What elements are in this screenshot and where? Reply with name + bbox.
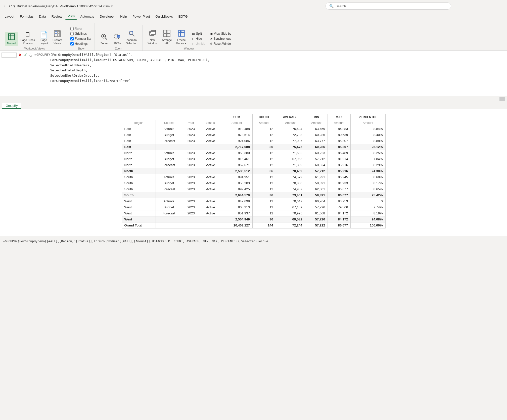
search-input[interactable] <box>336 4 447 8</box>
gridlines-checkbox[interactable] <box>70 32 74 35</box>
table-cell: 61,991 <box>305 174 328 180</box>
menu-item-view[interactable]: View <box>65 13 77 20</box>
dropdown-arrow[interactable]: ▾ <box>111 4 113 8</box>
table-row: Grand Total10,403,12714472,24457,21286,6… <box>122 222 385 228</box>
table-cell: West <box>122 204 156 210</box>
headings-checkbox[interactable] <box>70 42 74 45</box>
menu-item-help[interactable]: Help <box>118 14 129 19</box>
unhide-btn[interactable]: ◻ Unhide <box>191 41 206 46</box>
menu-item-automate[interactable]: Automate <box>78 14 97 19</box>
table-cell: 76,624 <box>276 126 305 132</box>
menu-item-developer[interactable]: Developer <box>97 14 117 19</box>
table-cell: 12 <box>252 150 276 156</box>
formula-bar-checkbox-row[interactable]: Formula Bar <box>70 36 91 41</box>
table-subheader-row: Region Source Year Status Amount Amount … <box>122 120 385 126</box>
confirm-formula-icon[interactable]: ✓ <box>23 52 28 58</box>
table-cell: 60,764 <box>305 198 328 204</box>
menu-item-formulas[interactable]: Formulas <box>17 14 36 19</box>
table-cell: Active <box>200 186 221 192</box>
zoom100-icon: 100 <box>113 33 121 41</box>
subheader-amount-min: Amount <box>305 120 328 126</box>
table-cell: 75,475 <box>276 144 305 150</box>
headings-checkbox-row[interactable]: Headings <box>70 41 88 46</box>
menu-item-eotg[interactable]: EOTG <box>176 14 190 19</box>
table-cell: 8.40% <box>351 132 385 138</box>
ruler-checkbox[interactable] <box>70 27 74 30</box>
menu-item-review[interactable]: Review <box>49 14 65 19</box>
subheader-year: Year <box>182 120 200 126</box>
ribbon-btn-normal[interactable]: Normal <box>5 32 18 46</box>
table-cell: Active <box>200 132 221 138</box>
ribbon-btn-arrange-all[interactable]: ArrangeAll <box>160 29 174 46</box>
split-icon: ▦ <box>192 32 195 35</box>
svg-rect-25 <box>164 34 167 37</box>
redo-icon[interactable]: ▾ <box>13 4 15 9</box>
insert-function-icon[interactable]: fx <box>29 52 32 58</box>
split-btn[interactable]: ▦ Split <box>191 31 206 36</box>
table-cell <box>200 168 221 174</box>
spreadsheet-container: SUM COUNT AVERAGE MIN MAX PERCENTOF Regi… <box>0 109 507 236</box>
ruler-checkbox-row[interactable]: Ruler <box>70 26 82 31</box>
menu-item-quickbooks[interactable]: QuickBooks <box>153 14 175 19</box>
menu-item-data[interactable]: Data <box>36 14 48 19</box>
table-cell <box>182 222 200 228</box>
undo-icon[interactable]: ↶ <box>9 4 12 9</box>
table-cell: 67,109 <box>276 204 305 210</box>
freeze-panes-label: FreezePanes ▾ <box>176 38 186 45</box>
menu-item-layout[interactable]: Layout <box>2 14 17 19</box>
table-cell: 8.29% <box>351 162 385 168</box>
table-cell: Active <box>200 126 221 132</box>
scroll-minus-button[interactable]: − <box>499 97 505 101</box>
page-break-label: Page BreakPreview <box>20 38 35 45</box>
ribbon-btn-new-window[interactable]: NewWindow <box>146 29 159 46</box>
table-cell: 57,212 <box>305 156 328 162</box>
view-side-by-btn[interactable]: ▣ View Side by <box>209 31 232 36</box>
cell-reference[interactable] <box>2 53 17 58</box>
reset-window-btn[interactable]: ↺ Reset Windo <box>209 41 232 46</box>
ribbon-btn-page-break[interactable]: 🗒 Page BreakPreview <box>18 30 37 46</box>
table-cell: 36 <box>252 216 276 222</box>
hide-icon: ◻ <box>192 37 195 40</box>
svg-line-9 <box>105 38 107 40</box>
table-cell: 12 <box>252 180 276 186</box>
search-box[interactable]: 🔍 <box>326 3 451 10</box>
table-cell: 8.84% <box>351 126 385 132</box>
sheet-tab[interactable]: GroupBy <box>2 103 21 109</box>
table-cell: 84,883 <box>328 126 351 132</box>
ribbon-btn-freeze-panes[interactable]: ❄ FreezePanes ▾ <box>174 29 188 46</box>
table-cell: Active <box>200 204 221 210</box>
ribbon-btn-zoom-to-selection[interactable]: Zoom toSelection <box>124 29 139 46</box>
hide-btn[interactable]: ◻ Hide <box>191 36 206 41</box>
ribbon-btn-zoom[interactable]: Zoom <box>98 32 110 46</box>
zoom-icon <box>101 33 108 41</box>
header-count: COUNT <box>252 114 276 120</box>
split-label: Split <box>196 32 202 35</box>
table-cell: 86,677 <box>328 192 351 198</box>
zoom-group-label: Zoom <box>98 46 139 50</box>
ribbon-btn-custom-views[interactable]: CustomViews <box>51 29 64 46</box>
cancel-formula-icon[interactable]: ✕ <box>18 52 22 58</box>
table-cell: East <box>122 138 156 144</box>
data-table: SUM COUNT AVERAGE MIN MAX PERCENTOF Regi… <box>122 114 386 228</box>
svg-rect-18 <box>130 31 133 34</box>
synchronous-btn[interactable]: ⟳ Synchronous <box>209 36 232 41</box>
table-cell: Active <box>200 180 221 186</box>
table-row: EastForecast2023Active924,0861277,00763,… <box>122 138 385 144</box>
ribbon-btn-page-layout[interactable]: 📄 PageLayout <box>37 30 50 46</box>
gridlines-checkbox-row[interactable]: Gridlines <box>70 31 87 36</box>
back-arrow-icon[interactable]: ← <box>3 4 7 8</box>
table-cell: Actuals <box>156 150 182 156</box>
table-cell: 61,068 <box>305 210 328 216</box>
formula-icons: ✕ ✓ fx <box>18 52 32 58</box>
formula-bar-checkbox[interactable] <box>70 37 74 40</box>
title-filename: BudgetTablePowerQueryDAFPivotDemo 1.1000… <box>17 4 110 8</box>
ribbon-btn-zoom100[interactable]: 100 100% <box>111 32 123 46</box>
table-cell: 84,172 <box>328 210 351 216</box>
status-formula-text: =GROUPBY(ForGroupByDemo[[#All],[Region]:… <box>3 240 268 243</box>
table-cell: West <box>122 210 156 216</box>
svg-rect-7 <box>58 34 60 36</box>
ribbon-group-window: NewWindow ArrangeAll <box>143 25 235 51</box>
ribbon-group-zoom: Zoom 100 100% <box>95 25 143 51</box>
page-layout-label: PageLayout <box>39 38 48 45</box>
menu-item-power-pivot[interactable]: Power Pivot <box>130 14 152 19</box>
